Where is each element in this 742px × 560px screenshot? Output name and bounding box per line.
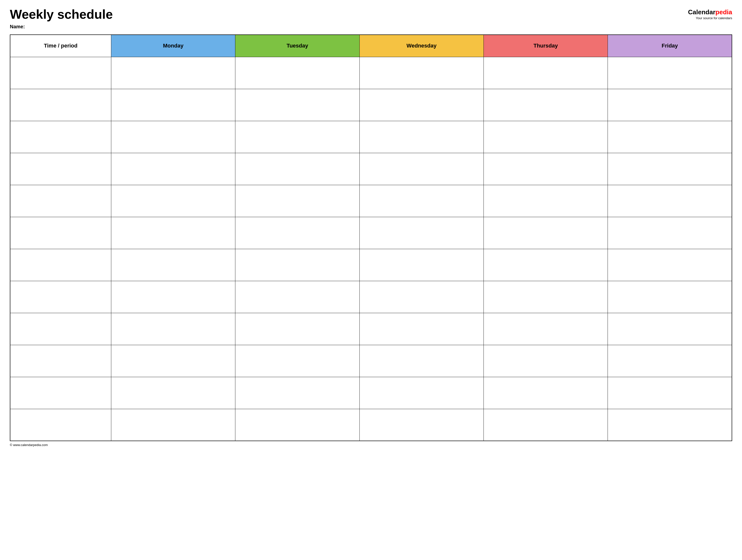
cell-row1-col4[interactable]	[483, 89, 607, 121]
cell-row8-col5[interactable]	[608, 313, 732, 345]
table-row	[10, 313, 732, 345]
cell-row6-col4[interactable]	[483, 249, 607, 281]
cell-row9-col0[interactable]	[10, 345, 111, 377]
cell-row2-col2[interactable]	[235, 121, 360, 153]
cell-row5-col1[interactable]	[111, 217, 235, 249]
header-row: Time / period Monday Tuesday Wednesday T…	[10, 35, 732, 57]
cell-row1-col3[interactable]	[360, 89, 483, 121]
col-header-friday: Friday	[608, 35, 732, 57]
cell-row10-col1[interactable]	[111, 377, 235, 409]
cell-row11-col5[interactable]	[608, 409, 732, 441]
cell-row7-col0[interactable]	[10, 281, 111, 313]
cell-row6-col3[interactable]	[360, 249, 483, 281]
logo-text: Calendarpedia	[688, 9, 732, 16]
cell-row3-col0[interactable]	[10, 153, 111, 185]
cell-row7-col5[interactable]	[608, 281, 732, 313]
cell-row2-col3[interactable]	[360, 121, 483, 153]
cell-row0-col1[interactable]	[111, 57, 235, 89]
cell-row7-col4[interactable]	[483, 281, 607, 313]
cell-row10-col5[interactable]	[608, 377, 732, 409]
cell-row0-col0[interactable]	[10, 57, 111, 89]
cell-row6-col5[interactable]	[608, 249, 732, 281]
cell-row9-col5[interactable]	[608, 345, 732, 377]
cell-row11-col3[interactable]	[360, 409, 483, 441]
cell-row4-col3[interactable]	[360, 185, 483, 217]
name-label: Name:	[10, 24, 688, 30]
cell-row0-col3[interactable]	[360, 57, 483, 89]
cell-row7-col2[interactable]	[235, 281, 360, 313]
cell-row6-col1[interactable]	[111, 249, 235, 281]
cell-row4-col1[interactable]	[111, 185, 235, 217]
cell-row6-col0[interactable]	[10, 249, 111, 281]
col-header-tuesday: Tuesday	[235, 35, 360, 57]
cell-row1-col5[interactable]	[608, 89, 732, 121]
logo-pedia: pedia	[716, 8, 732, 16]
cell-row1-col1[interactable]	[111, 89, 235, 121]
cell-row4-col4[interactable]	[483, 185, 607, 217]
cell-row3-col4[interactable]	[483, 153, 607, 185]
cell-row0-col5[interactable]	[608, 57, 732, 89]
cell-row1-col0[interactable]	[10, 89, 111, 121]
schedule-table: Time / period Monday Tuesday Wednesday T…	[10, 35, 732, 441]
cell-row8-col3[interactable]	[360, 313, 483, 345]
page-title: Weekly schedule	[10, 7, 688, 21]
cell-row5-col2[interactable]	[235, 217, 360, 249]
cell-row11-col1[interactable]	[111, 409, 235, 441]
cell-row2-col0[interactable]	[10, 121, 111, 153]
col-header-thursday: Thursday	[483, 35, 607, 57]
cell-row2-col4[interactable]	[483, 121, 607, 153]
cell-row2-col5[interactable]	[608, 121, 732, 153]
table-row	[10, 217, 732, 249]
logo-calendar: Calendar	[688, 8, 716, 16]
cell-row8-col4[interactable]	[483, 313, 607, 345]
col-header-wednesday: Wednesday	[360, 35, 483, 57]
cell-row9-col4[interactable]	[483, 345, 607, 377]
cell-row11-col2[interactable]	[235, 409, 360, 441]
cell-row7-col1[interactable]	[111, 281, 235, 313]
title-area: Weekly schedule Name:	[10, 7, 688, 30]
cell-row6-col2[interactable]	[235, 249, 360, 281]
cell-row1-col2[interactable]	[235, 89, 360, 121]
cell-row7-col3[interactable]	[360, 281, 483, 313]
footer: © www.calendarpedia.com	[10, 443, 732, 447]
cell-row5-col5[interactable]	[608, 217, 732, 249]
cell-row3-col3[interactable]	[360, 153, 483, 185]
cell-row3-col5[interactable]	[608, 153, 732, 185]
table-row	[10, 281, 732, 313]
logo-area: Calendarpedia Your source for calendars	[688, 9, 732, 20]
cell-row9-col3[interactable]	[360, 345, 483, 377]
cell-row9-col1[interactable]	[111, 345, 235, 377]
cell-row10-col0[interactable]	[10, 377, 111, 409]
table-row	[10, 345, 732, 377]
cell-row5-col3[interactable]	[360, 217, 483, 249]
cell-row2-col1[interactable]	[111, 121, 235, 153]
cell-row11-col0[interactable]	[10, 409, 111, 441]
cell-row4-col5[interactable]	[608, 185, 732, 217]
table-row	[10, 89, 732, 121]
cell-row0-col4[interactable]	[483, 57, 607, 89]
cell-row3-col1[interactable]	[111, 153, 235, 185]
col-header-monday: Monday	[111, 35, 235, 57]
table-row	[10, 377, 732, 409]
logo-tagline: Your source for calendars	[696, 16, 732, 20]
cell-row0-col2[interactable]	[235, 57, 360, 89]
cell-row9-col2[interactable]	[235, 345, 360, 377]
cell-row8-col2[interactable]	[235, 313, 360, 345]
table-row	[10, 57, 732, 89]
cell-row4-col0[interactable]	[10, 185, 111, 217]
page-header: Weekly schedule Name: Calendarpedia Your…	[10, 7, 732, 30]
cell-row5-col0[interactable]	[10, 217, 111, 249]
table-row	[10, 121, 732, 153]
cell-row5-col4[interactable]	[483, 217, 607, 249]
cell-row10-col4[interactable]	[483, 377, 607, 409]
cell-row8-col1[interactable]	[111, 313, 235, 345]
col-header-time: Time / period	[10, 35, 111, 57]
cell-row8-col0[interactable]	[10, 313, 111, 345]
cell-row4-col2[interactable]	[235, 185, 360, 217]
cell-row10-col2[interactable]	[235, 377, 360, 409]
cell-row10-col3[interactable]	[360, 377, 483, 409]
cell-row3-col2[interactable]	[235, 153, 360, 185]
table-row	[10, 185, 732, 217]
cell-row11-col4[interactable]	[483, 409, 607, 441]
schedule-body	[10, 57, 732, 441]
